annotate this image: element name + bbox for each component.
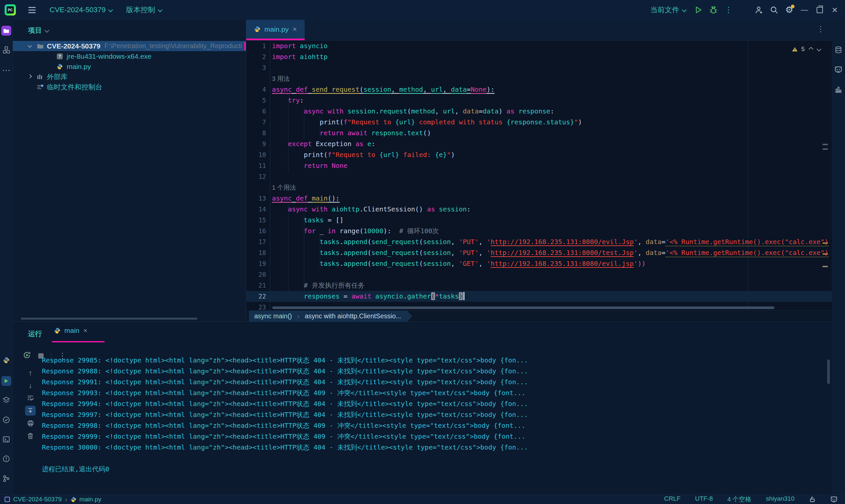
tree-item[interactable]: main.py — [13, 61, 246, 72]
run-tab-underline — [52, 341, 105, 342]
print-button[interactable] — [25, 417, 36, 430]
console-line: Response 29988: <!doctype html><html lan… — [42, 366, 825, 377]
status-widget[interactable]: CRLF — [664, 495, 681, 504]
project-panel-header[interactable]: 项目 — [13, 20, 246, 41]
project-panel-hscrollbar[interactable] — [21, 318, 197, 320]
tree-chevron-icon[interactable] — [29, 73, 37, 81]
up-stacktrace-button[interactable]: ↑ — [25, 367, 36, 379]
scrollbar-mark — [823, 148, 828, 150]
play-icon — [694, 6, 702, 14]
problems-tool-button[interactable] — [3, 455, 10, 463]
code-editor[interactable]: 1import asyncio2import aiohttp33 用法4asyn… — [246, 40, 832, 311]
tab-main-py[interactable]: main.py × — [246, 20, 305, 40]
library-icon — [37, 74, 43, 79]
run-button[interactable] — [690, 2, 706, 17]
version-control-tool-button[interactable] — [3, 475, 10, 482]
scroll-to-end-button[interactable] — [25, 406, 36, 416]
tree-item[interactable]: 临时文件和控制台 — [13, 82, 246, 92]
code-usage-hint: 3 用法 — [246, 73, 832, 84]
breadcrumb-segments[interactable]: async main() › async with aiohttp.Client… — [249, 311, 412, 322]
more-tool-windows-button[interactable]: ⋯ — [2, 65, 11, 75]
scroll-to-end-icon — [28, 408, 33, 414]
code-line: 5 try: — [246, 95, 832, 106]
status-project-name[interactable]: CVE-2024-50379 — [13, 496, 62, 503]
python-icon — [3, 357, 10, 363]
breadcrumb-separator-icon: › — [65, 496, 67, 503]
rerun-button[interactable] — [23, 351, 31, 361]
database-tool-button[interactable] — [835, 46, 842, 53]
python-icon — [71, 497, 76, 502]
console-line: Response 29998: <!doctype html><html lan… — [42, 420, 825, 431]
clear-console-button[interactable] — [25, 430, 36, 442]
tab-options-button[interactable]: ⋮ — [816, 25, 825, 33]
next-problem-icon[interactable] — [816, 47, 821, 52]
console-line: Response 29999: <!doctype html><html lan… — [42, 431, 825, 442]
minimize-button[interactable]: — — [797, 2, 812, 17]
code-line: 20 — [246, 269, 832, 280]
breadcrumb-item[interactable]: async main() — [254, 312, 292, 320]
search-everywhere-button[interactable] — [767, 2, 781, 17]
restore-button[interactable] — [812, 2, 827, 17]
tree-item[interactable]: 外部库 — [13, 72, 246, 82]
close-button[interactable]: × — [827, 2, 842, 17]
project-widget[interactable]: CVE-2024-50379 — [50, 6, 112, 14]
soft-wrap-icon — [27, 395, 34, 401]
close-icon: × — [832, 5, 838, 15]
ai-assistant-tool-button[interactable] — [834, 66, 843, 74]
console-output[interactable]: Response 29985: <!doctype html><html lan… — [42, 355, 825, 495]
terminal-tool-button[interactable] — [3, 436, 10, 443]
soft-wrap-button[interactable] — [25, 392, 36, 404]
readonly-toggle[interactable] — [809, 496, 816, 503]
tree-item-label: jre-8u431-windows-x64.exe — [67, 52, 152, 60]
console-line: 进程已结束,退出代码0 — [42, 464, 825, 475]
services-tool-button[interactable] — [3, 396, 10, 404]
status-widget[interactable]: 4 个空格 — [727, 495, 752, 504]
tree-item[interactable]: ?jre-8u431-windows-x64.exe — [13, 51, 246, 61]
code-line: 22 responses = await asyncio.gather(*tas… — [246, 291, 832, 302]
run-tab-main[interactable]: main × — [54, 326, 87, 335]
down-stacktrace-button[interactable]: ↓ — [25, 379, 36, 392]
tree-item-label: main.py — [67, 63, 91, 71]
structure-tool-button[interactable] — [3, 46, 10, 53]
code-line: 3 — [246, 62, 832, 73]
run-config-selector[interactable]: 当前文件 — [650, 5, 686, 15]
unlock-icon — [809, 496, 816, 503]
ellipsis-icon: ⋯ — [2, 65, 11, 75]
settings-button[interactable]: ⚙ — [781, 2, 797, 17]
vcs-widget[interactable]: 版本控制 — [126, 5, 162, 15]
inspection-widget[interactable]: 5 — [792, 46, 821, 53]
run-tool-window: 运行 main × ⋮ ↑ ↓ Response 29985: <!doctyp… — [13, 322, 832, 495]
python-packages-tool-button[interactable] — [3, 416, 10, 424]
ai-assistant-status-button[interactable] — [830, 496, 838, 503]
status-widget[interactable]: shiyan310 — [766, 495, 794, 504]
tab-close-icon[interactable]: × — [293, 26, 297, 33]
breadcrumb: async main() › async with aiohttp.Client… — [246, 310, 832, 322]
printer-icon — [28, 420, 34, 427]
breadcrumb-item[interactable]: async with aiohttp.ClientSessio... — [305, 312, 401, 320]
main-menu-icon[interactable] — [29, 7, 36, 13]
python-console-tool-button[interactable] — [3, 357, 10, 363]
code-line: 7 print(f"Request to {url} completed wit… — [246, 117, 832, 128]
tree-chevron-icon[interactable] — [29, 42, 37, 50]
restore-icon — [816, 7, 823, 13]
tree-item-path: F:\Penetration_testing\Vulnerability_Rep… — [104, 42, 242, 50]
tree-item[interactable]: CVE-2024-50379F:\Penetration_testing\Vul… — [13, 41, 246, 51]
more-actions-button[interactable]: ⋮ — [721, 2, 736, 17]
status-file-name[interactable]: main.py — [80, 496, 102, 503]
editor-hscrollbar[interactable] — [272, 306, 774, 309]
status-widget[interactable]: UTF-8 — [695, 495, 713, 504]
check-circle-icon — [3, 416, 10, 424]
profiler-tool-button[interactable] — [835, 86, 842, 93]
code-line: 21 # 并发执行所有任务 — [246, 280, 832, 291]
breadcrumb-separator-icon: › — [297, 312, 299, 320]
right-tool-stripe — [831, 20, 845, 495]
prev-problem-icon[interactable] — [809, 47, 813, 52]
run-tool-button[interactable] — [1, 376, 11, 386]
run-tab-close-icon[interactable]: × — [84, 326, 87, 335]
debug-button[interactable] — [706, 2, 721, 17]
code-with-me-button[interactable] — [751, 2, 767, 17]
text-caret — [463, 292, 464, 300]
project-tool-button[interactable] — [1, 26, 11, 36]
console-scrollbar[interactable] — [827, 360, 830, 384]
left-tool-stripe: ⋯ — [0, 20, 13, 495]
